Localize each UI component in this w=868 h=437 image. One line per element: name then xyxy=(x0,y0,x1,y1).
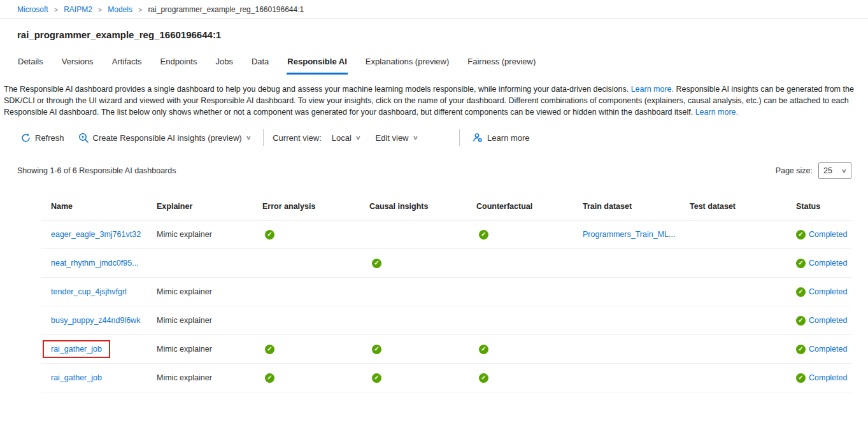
status-cell: ✓Completed xyxy=(786,230,851,240)
breadcrumb-separator-icon: > xyxy=(138,6,142,13)
tab-responsible-ai[interactable]: Responsible AI xyxy=(287,53,347,75)
learn-more-button[interactable]: Learn more xyxy=(469,130,533,145)
status-link[interactable]: Completed xyxy=(809,259,847,268)
chevron-down-icon: ∨ xyxy=(245,134,251,141)
error-analysis-cell: ✓ xyxy=(253,373,360,383)
dashboard-name-link[interactable]: eager_eagle_3mj761vt32 xyxy=(51,230,141,239)
causal-insights-cell: ✓ xyxy=(360,258,467,268)
breadcrumb-current: rai_programmer_example_reg_1660196644:1 xyxy=(148,5,304,14)
causal-insights-cell: ✓ xyxy=(360,287,467,297)
tab-versions[interactable]: Versions xyxy=(61,53,94,75)
column-header-name[interactable]: Name xyxy=(41,202,147,211)
table-body: eager_eagle_3mj761vt32 Mimic explainer ✓… xyxy=(41,220,851,392)
check-icon: ✓ xyxy=(372,345,381,354)
chevron-down-icon: ∨ xyxy=(355,134,361,141)
causal-insights-cell: ✓ xyxy=(360,344,467,354)
dashboard-name-link[interactable]: busy_puppy_z44nd9l6wk xyxy=(51,316,140,325)
current-view-label: Current view: xyxy=(273,133,322,143)
breadcrumb-separator-icon: > xyxy=(98,6,102,13)
edit-view-label: Edit view xyxy=(375,133,408,143)
local-label: Local xyxy=(332,133,352,143)
column-header-causal-insights[interactable]: Causal insights xyxy=(360,202,467,211)
status-link[interactable]: Completed xyxy=(809,345,847,354)
name-cell: tender_cup_4jsjhvfgrl xyxy=(41,287,147,296)
annotation-red-box: busy_puppy_z44nd9l6wk xyxy=(51,316,140,325)
check-icon: ✓ xyxy=(372,259,381,268)
create-insights-button[interactable]: Create Responsible AI insights (preview)… xyxy=(75,130,255,145)
column-header-status[interactable]: Status xyxy=(786,202,851,211)
causal-insights-cell: ✓ xyxy=(360,373,467,383)
edit-view-dropdown[interactable]: Edit view ∨ xyxy=(371,131,421,145)
dashboard-name-link[interactable]: tender_cup_4jsjhvfgrl xyxy=(51,287,127,296)
status-link[interactable]: Completed xyxy=(809,230,847,239)
table-row: busy_puppy_z44nd9l6wk Mimic explainer ✓ … xyxy=(41,306,851,335)
status-check-icon: ✓ xyxy=(796,373,806,383)
tab-artifacts[interactable]: Artifacts xyxy=(111,53,143,75)
check-icon: ✓ xyxy=(479,345,488,354)
dashboards-table: NameExplainerError analysisCausal insigh… xyxy=(41,193,851,392)
breadcrumb-separator-icon: > xyxy=(54,6,58,13)
create-insights-icon xyxy=(78,133,89,143)
status-link[interactable]: Completed xyxy=(809,316,847,325)
toolbar: Refresh Create Responsible AI insights (… xyxy=(17,128,868,147)
showing-count-text: Showing 1-6 of 6 Responsible AI dashboar… xyxy=(17,166,176,175)
dashboard-name-link[interactable]: rai_gather_job xyxy=(51,345,102,354)
explainer-cell: Mimic explainer xyxy=(147,345,253,354)
status-check-icon: ✓ xyxy=(796,316,806,326)
annotation-red-box: eager_eagle_3mj761vt32 xyxy=(51,230,141,239)
status-check-icon: ✓ xyxy=(796,259,806,268)
dashboard-name-link[interactable]: neat_rhythm_jmdc0f95... xyxy=(51,259,139,268)
counterfactual-cell: ✓ xyxy=(467,373,573,383)
status-check-icon: ✓ xyxy=(796,230,806,240)
table-row: tender_cup_4jsjhvfgrl Mimic explainer ✓ … xyxy=(41,278,851,306)
chevron-down-icon: ∨ xyxy=(412,134,418,141)
check-icon: ✓ xyxy=(372,373,381,383)
annotation-red-box: neat_rhythm_jmdc0f95... xyxy=(51,259,139,268)
check-icon: ✓ xyxy=(265,345,274,354)
page-size-label: Page size: xyxy=(776,166,813,175)
tab-fairness-preview[interactable]: Fairness (preview) xyxy=(467,53,536,75)
breadcrumb-link-raipm2[interactable]: RAIPM2 xyxy=(64,5,92,14)
table-header-row: NameExplainerError analysisCausal insigh… xyxy=(41,193,851,220)
breadcrumb-link-models[interactable]: Models xyxy=(108,5,132,14)
breadcrumb-link-microsoft[interactable]: Microsoft xyxy=(17,5,48,14)
status-link[interactable]: Completed xyxy=(809,287,847,296)
annotation-red-box: tender_cup_4jsjhvfgrl xyxy=(51,287,127,296)
page: Microsoft>RAIPM2>Models>rai_programmer_e… xyxy=(0,0,868,392)
column-header-error-analysis[interactable]: Error analysis xyxy=(253,202,360,211)
page-title: rai_programmer_example_reg_1660196644:1 xyxy=(17,29,868,40)
status-link[interactable]: Completed xyxy=(809,373,847,382)
counterfactual-cell: ✓ xyxy=(467,315,573,326)
page-size-value: 25 xyxy=(823,166,832,175)
list-info-row: Showing 1-6 of 6 Responsible AI dashboar… xyxy=(17,162,851,179)
tab-jobs[interactable]: Jobs xyxy=(215,53,233,75)
column-header-explainer[interactable]: Explainer xyxy=(147,202,253,211)
create-insights-label: Create Responsible AI insights (preview) xyxy=(93,133,242,143)
learn-more-link-1[interactable]: Learn more. xyxy=(631,85,674,94)
tab-data[interactable]: Data xyxy=(251,53,269,75)
current-view-local-dropdown[interactable]: Local ∨ xyxy=(328,131,364,145)
column-header-test-dataset[interactable]: Test dataset xyxy=(680,202,786,211)
column-header-counterfactual[interactable]: Counterfactual xyxy=(467,202,573,211)
status-cell: ✓Completed xyxy=(786,316,851,326)
person-gear-icon xyxy=(473,133,483,143)
learn-more-link-2[interactable]: Learn more. xyxy=(695,108,738,117)
name-cell: eager_eagle_3mj761vt32 xyxy=(41,230,147,239)
column-header-train-dataset[interactable]: Train dataset xyxy=(573,202,680,211)
toolbar-divider xyxy=(263,129,264,146)
explainer-cell: Mimic explainer xyxy=(147,316,253,325)
tab-details[interactable]: Details xyxy=(17,53,44,75)
page-size-select[interactable]: 25 ∨ xyxy=(818,162,851,179)
train-dataset-cell: Programmers_Train_ML... xyxy=(573,230,680,239)
check-icon: ✓ xyxy=(265,373,274,383)
tab-endpoints[interactable]: Endpoints xyxy=(160,53,198,75)
toolbar-divider xyxy=(459,129,460,146)
name-cell: busy_puppy_z44nd9l6wk xyxy=(41,316,147,325)
check-icon: ✓ xyxy=(479,373,488,383)
explainer-cell: Mimic explainer xyxy=(147,230,253,239)
refresh-button[interactable]: Refresh xyxy=(17,131,68,145)
table-row: rai_gather_job Mimic explainer ✓ ✓ ✓ ✓Co… xyxy=(41,364,851,392)
dashboard-name-link[interactable]: rai_gather_job xyxy=(51,373,102,382)
train-dataset-link[interactable]: Programmers_Train_ML... xyxy=(583,230,675,239)
tab-explanations-preview[interactable]: Explanations (preview) xyxy=(365,53,450,75)
